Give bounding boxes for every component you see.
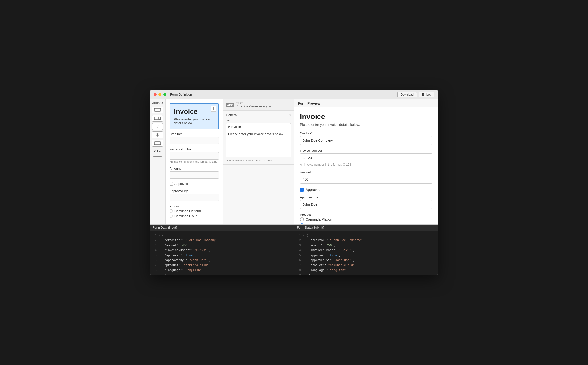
preview-amount-label: Amount [300,170,432,174]
lib-item-checkbox[interactable]: ✓ [152,123,163,130]
canvas-amount-input[interactable] [170,171,219,179]
preview-radio-platform[interactable] [300,217,304,221]
canvas-radio-platform-label: Camunda Platform [174,209,201,213]
preview-radio-platform-row: Camunda Platform [300,217,432,221]
preview-invoice-group: Invoice Number An invoice number in the … [300,149,432,166]
code-line-6: 6 "approvedBy": "John Doe", [153,258,291,263]
left-panel: LIBRARY + ✓ ▼ ABC [150,99,294,224]
form-canvas-inner: Invoice Please enter your invoice detail… [170,103,219,220]
preview-form-title: Invoice [300,112,432,121]
checkmark-icon: ✓ [301,188,303,191]
window-title: Form Definition [170,93,192,96]
submit-code-line-2: 2 "creditor": "John Doe Company", [297,238,435,243]
preview-content[interactable]: Invoice Please enter your invoice detail… [294,107,438,224]
traffic-lights [154,93,166,96]
preview-approved-label: Approved [306,188,320,192]
preview-creditor-group: Creditor* [300,131,432,145]
canvas-radio-cloud[interactable] [170,215,173,218]
preview-invoice-input[interactable] [300,153,432,162]
preview-approvedby-input[interactable] [300,200,432,209]
code-line-4: 4 "invoiceNumber": "C-123", [153,248,291,253]
properties-panel: ABC TEXT # Invoice Please enter your i..… [223,99,294,224]
canvas-creditor-input[interactable] [170,137,219,144]
props-section-title: General [226,113,237,117]
canvas-creditor-label: Creditor* [170,132,219,136]
right-panel: Form Preview Invoice Please enter your i… [294,99,438,224]
form-data-input-content[interactable]: 1 v { 2 "creditor": "John Doe Company", … [150,231,294,275]
preview-product-label: Product [300,213,432,216]
canvas-approvedby-group: Approved By [170,189,219,201]
form-data-submit-panel: Form Data (Submit) 1 v { 2 "creditor": "… [294,225,438,275]
header-actions: Download Embed [397,92,434,97]
preview-amount-group: Amount [300,170,432,184]
library-label: LIBRARY [152,101,163,104]
lib-item-number-input[interactable]: + [152,115,163,122]
canvas-invoice-group: Invoice Number An invoice number in the … [170,148,219,163]
titlebar: Form Definition Download Embed [150,90,438,99]
props-header: ABC TEXT # Invoice Please enter your i..… [223,99,294,111]
submit-code-line-1: 1 v { [297,233,435,238]
preview-invoice-hint: An invoice number in the format: C-123. [300,163,432,166]
preview-approved-row: ✓ Approved [300,188,432,192]
bottom-area: Form Data (Input) 1 v { 2 "creditor": "J… [150,224,438,275]
form-title-block[interactable]: Invoice Please enter your invoice detail… [170,103,219,129]
canvas-amount-label: Amount [170,167,219,170]
minimize-button[interactable] [158,93,161,96]
code-line-2: 2 "creditor": "John Doe Company", [153,238,291,243]
preview-product-group: Product Camunda Platform Camunda Cloud [300,213,432,224]
preview-invoice-label: Invoice Number [300,149,432,152]
props-hint: Use Markdown or basic HTML to format. [226,159,291,162]
chevron-down-icon: ▾ [289,113,291,117]
form-canvas[interactable]: Invoice Please enter your invoice detail… [166,99,223,224]
preview-creditor-label: Creditor* [300,131,432,135]
props-type-label: TEXT [236,102,291,105]
submit-code-line-9: 9 } [297,273,435,275]
lib-item-select[interactable]: ▼ [152,140,163,147]
code-line-3: 3 "amount": 456, [153,243,291,248]
lib-item-text-input[interactable] [152,107,163,113]
preview-approved-checkbox[interactable]: ✓ [300,188,304,192]
canvas-approved-label: Approved [174,182,188,186]
canvas-creditor-group: Creditor* [170,132,219,144]
preview-creditor-input[interactable] [300,136,432,145]
canvas-amount-group: Amount [170,167,219,179]
canvas-product-label: Product [170,204,219,208]
form-data-submit-content[interactable]: 1 v { 2 "creditor": "John Doe Company", … [294,231,438,275]
lib-item-text-abc[interactable]: ABC [152,148,163,153]
submit-code-line-8: 8 "language": "english" [297,268,435,273]
preview-amount-input[interactable] [300,175,432,184]
download-button[interactable]: Download [397,92,417,97]
props-section-toggle[interactable]: General ▾ [226,113,291,117]
submit-code-line-5: 5 "approved": true, [297,253,435,258]
maximize-button[interactable] [163,93,166,96]
canvas-radio-cloud-row: Camunda Cloud [170,214,219,218]
canvas-approvedby-input[interactable] [170,194,219,201]
delete-block-icon[interactable]: 🗑 [211,106,216,112]
lib-item-radio[interactable] [152,131,163,138]
canvas-radio-cloud-label: Camunda Cloud [174,214,197,218]
embed-button[interactable]: Embed [419,92,434,97]
submit-code-line-4: 4 "invoiceNumber": "C-123", [297,248,435,253]
form-canvas-title: Invoice [174,108,215,116]
canvas-invoice-input[interactable] [170,152,219,160]
canvas-approved-checkbox[interactable] [170,182,173,186]
lib-item-separator[interactable] [152,154,163,159]
code-line-5: 5 "approved": true, [153,253,291,258]
canvas-radio-platform[interactable] [170,209,173,213]
props-abc-badge: ABC [226,103,234,107]
svg-text:▼: ▼ [159,142,161,144]
preview-approvedby-label: Approved By [300,195,432,199]
preview-title: Form Preview [298,101,320,105]
preview-header: Form Preview [294,99,438,107]
close-button[interactable] [154,93,157,96]
library-sidebar: LIBRARY + ✓ ▼ ABC [150,99,166,224]
code-line-8: 8 "language": "english" [153,268,291,273]
code-line-7: 7 "product": "camunda-cloud", [153,263,291,268]
props-text-textarea[interactable]: # Invoice Please enter your invoice deta… [226,123,291,157]
props-general-section: General ▾ Text # Invoice Please enter yo… [223,111,294,165]
svg-text:+: + [159,118,160,119]
preview-form-subtitle: Please enter your invoice details below. [300,123,432,127]
canvas-product-group: Product Camunda Platform Camunda Cloud [170,204,219,218]
main-area: LIBRARY + ✓ ▼ ABC [150,99,438,224]
props-text-label: Text [226,119,291,122]
